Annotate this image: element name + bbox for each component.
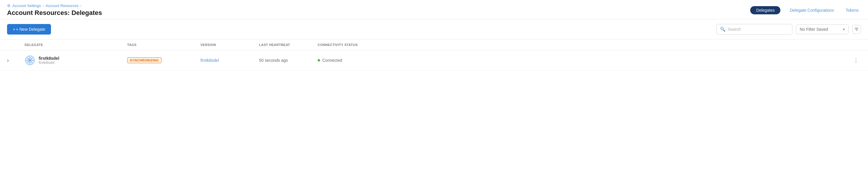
synchronizing-badge: SYNCHRONIZING [127,58,161,63]
delegate-cell: firstk8sdel firstk8sdel [25,55,127,66]
chevron-right-icon: › [7,58,9,64]
col-expand [7,43,25,46]
more-vert-icon: ⋮ [854,57,859,64]
page-title: Account Resources: Delegates [7,9,102,17]
toolbar: + + New Delegate 🔍 No Filter Saved ▾ [0,19,868,39]
col-delegate: DELEGATE [25,43,127,46]
table-header: DELEGATE TAGS VERSION LAST HEARTBEAT CON… [0,39,868,50]
new-delegate-label: + New Delegate [16,27,45,32]
tab-tokens[interactable]: Tokens [843,7,861,14]
breadcrumb-sep-2: › [80,4,82,8]
gear-icon: ⚙ [7,3,10,8]
tags-cell: SYNCHRONIZING [127,58,200,63]
table-row: › firstk8sdel firstk8sdel SYNC [0,50,868,71]
breadcrumb-account-settings[interactable]: Account Settings [12,3,41,8]
breadcrumb-sep-1: › [43,4,44,8]
version-text: firstk8sdel [200,58,219,63]
search-icon: 🔍 [720,27,725,32]
breadcrumb: ⚙ Account Settings › Account Resources › [7,3,102,8]
col-tags: TAGS [127,43,200,46]
chevron-down-icon: ▾ [843,27,845,32]
delegate-name-group: firstk8sdel firstk8sdel [39,56,59,65]
new-delegate-button[interactable]: + + New Delegate [7,24,51,35]
connectivity-label: Connected [322,58,342,63]
top-nav-tabs: Delegates Delegate Configurations Tokens [750,6,861,14]
expand-button[interactable]: › [7,58,25,64]
svg-point-4 [29,60,31,61]
helm-logo-icon [25,56,35,65]
filter-dropdown[interactable]: No Filter Saved ▾ [796,24,849,34]
search-input[interactable] [728,27,788,32]
more-options-button[interactable]: ⋮ [851,56,861,65]
col-heartbeat: LAST HEARTBEAT [259,43,318,46]
delegate-icon [25,55,35,66]
connectivity-cell: Connected ⋮ [318,56,861,65]
plus-icon: + [13,27,15,32]
col-connectivity: CONNECTIVITY STATUS [318,43,861,46]
toolbar-right: 🔍 No Filter Saved ▾ [716,24,861,35]
tab-delegates[interactable]: Delegates [750,6,780,14]
connectivity-status: Connected [318,58,342,63]
status-dot [318,59,320,62]
heartbeat-text: 50 seconds ago [259,58,288,63]
search-container[interactable]: 🔍 [716,24,793,35]
delegate-sub: firstk8sdel [39,61,59,65]
heartbeat-cell: 50 seconds ago [259,58,318,63]
filter-settings-button[interactable] [852,25,861,34]
version-cell: firstk8sdel [200,58,259,63]
tab-delegate-configurations[interactable]: Delegate Configurations [787,7,836,14]
breadcrumb-account-resources[interactable]: Account Resources [46,3,79,8]
filter-label: No Filter Saved [800,27,828,32]
filter-icon [854,27,859,32]
col-version: VERSION [200,43,259,46]
delegate-name: firstk8sdel [39,56,59,61]
